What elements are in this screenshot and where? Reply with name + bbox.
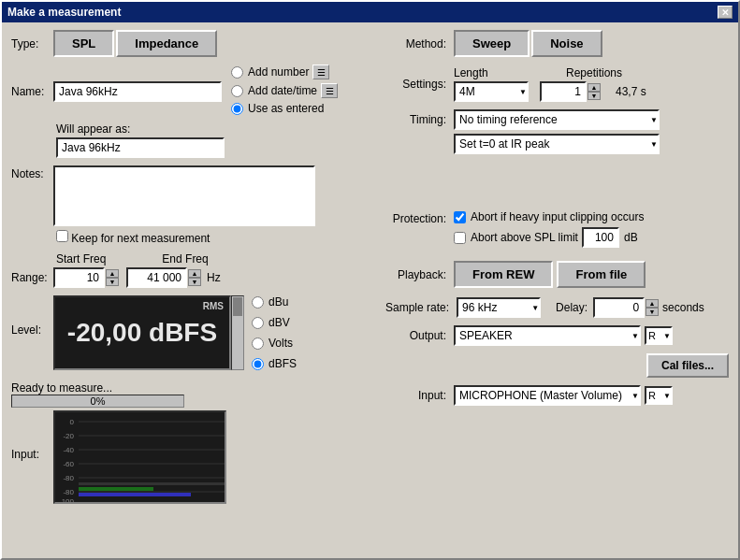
seconds-label: seconds (662, 301, 704, 314)
will-appear-input[interactable] (56, 137, 225, 158)
titlebar: Make a measurement ✕ (2, 2, 738, 22)
volts-label: Volts (268, 337, 293, 350)
close-button[interactable]: ✕ (718, 6, 733, 19)
svg-text:-100: -100 (59, 497, 75, 504)
notes-label: Notes: (11, 167, 53, 180)
cal-files-row: Cal files... (385, 353, 729, 378)
range-section: Start Freq End Freq Range: ▲ ▼ (11, 252, 376, 288)
repetitions-up[interactable]: ▲ (588, 83, 601, 92)
playback-label: Playback: (385, 268, 446, 281)
input-r-select[interactable]: R L (645, 386, 673, 405)
input-bottom-label: Input: (385, 389, 446, 402)
range-label: Range: (11, 271, 53, 284)
scrollbar-thumb (233, 297, 242, 316)
timing-select[interactable]: No timing reference Internal External (454, 109, 660, 130)
name-input[interactable] (53, 81, 222, 102)
use-as-entered-label: Use as entered (248, 102, 324, 115)
right-panel: Method: Sweep Noise Settings: Length Rep… (385, 30, 729, 504)
sweep-button[interactable]: Sweep (454, 30, 530, 57)
svg-text:-20: -20 (63, 432, 74, 440)
abort-spl-checkbox[interactable] (454, 232, 466, 244)
output-r-dropdown-wrapper: R L ▼ (645, 326, 673, 345)
keep-checkbox[interactable] (56, 230, 68, 242)
length-select[interactable]: 4M 1M 2M 8M (454, 81, 529, 102)
abort-heavy-checkbox[interactable] (454, 211, 466, 223)
start-freq-spinbtns: ▲ ▼ (106, 269, 119, 286)
abort-heavy-row: Abort if heavy input clipping occurs (454, 210, 644, 223)
delay-input[interactable] (593, 297, 645, 318)
dbfs-radio[interactable] (252, 358, 264, 370)
spacer (385, 164, 729, 210)
volts-radio[interactable] (252, 337, 264, 350)
output-select[interactable]: SPEAKER (454, 325, 641, 346)
start-freq-up[interactable]: ▲ (106, 269, 119, 278)
input-meter-row: Input: 0 (11, 410, 376, 504)
meter-svg: 0 -20 -40 -60 -80 -80 -100 (55, 412, 226, 504)
spl-limit-input[interactable] (582, 227, 619, 248)
repetitions-down[interactable]: ▼ (588, 92, 601, 100)
from-rew-button[interactable]: From REW (454, 261, 553, 288)
settings-inner: Length Repetitions 4M 1M 2M 8M ▼ (454, 66, 646, 102)
level-section: Level: RMS -20,00 dBFS dBu (11, 295, 376, 374)
dbu-radio[interactable] (252, 296, 264, 309)
start-freq-label: Start Freq (56, 252, 106, 266)
impedance-button[interactable]: Impedance (116, 30, 217, 57)
output-dropdown-wrapper: SPEAKER ▼ (454, 325, 641, 346)
add-number-radio[interactable] (231, 66, 243, 79)
delay-up[interactable]: ▲ (646, 299, 659, 308)
start-freq-down[interactable]: ▼ (106, 278, 119, 286)
level-scrollbar[interactable] (231, 295, 244, 370)
dbu-label: dBu (268, 295, 288, 309)
input-meter: 0 -20 -40 -60 -80 -80 -100 (53, 410, 226, 504)
noise-button[interactable]: Noise (531, 30, 602, 57)
will-appear-label: Will appear as: (56, 122, 376, 136)
start-freq-input[interactable] (53, 267, 105, 288)
level-value: -20,00 dBFS (67, 318, 217, 348)
timing-row-1: Timing: No timing reference Internal Ext… (385, 109, 729, 130)
timing-row-2: Set t=0 at IR peak Set t=0 at start ▼ (385, 134, 729, 154)
sample-rate-select[interactable]: 96 kHz 44.1 kHz 48 kHz 192 kHz (457, 297, 541, 318)
settings-label: Settings: (385, 78, 446, 91)
input-select[interactable]: MICROPHONE (Master Volume) (454, 385, 641, 406)
end-freq-input[interactable] (126, 267, 187, 288)
level-label: Level: (11, 323, 53, 337)
progress-bar-container: 0% (11, 395, 184, 408)
type-label: Type: (11, 37, 53, 50)
method-btn-group: Sweep Noise (454, 30, 602, 57)
time-value: 43,7 s (616, 85, 646, 98)
hz-label: Hz (207, 271, 221, 284)
end-freq-up[interactable]: ▲ (188, 269, 201, 278)
repetitions-input[interactable] (540, 81, 587, 102)
output-row: Output: SPEAKER ▼ R L ▼ (385, 325, 729, 346)
use-as-entered-radio[interactable] (231, 103, 243, 115)
ir-peak-select[interactable]: Set t=0 at IR peak Set t=0 at start (454, 134, 660, 154)
repetitions-col-header: Repetitions (566, 66, 622, 79)
add-number-radio-item: Add number ☰ (231, 65, 338, 79)
method-row: Method: Sweep Noise (385, 30, 729, 57)
add-date-radio[interactable] (231, 85, 243, 97)
sample-rate-dropdown-wrapper: 96 kHz 44.1 kHz 48 kHz 192 kHz ▼ (457, 297, 541, 318)
delay-spinbtns: ▲ ▼ (646, 299, 659, 316)
protection-inner: Protection: Abort if heavy input clippin… (385, 210, 729, 251)
notes-textarea[interactable] (53, 165, 315, 226)
add-date-icon[interactable]: ☰ (321, 83, 338, 98)
from-file-button[interactable]: From file (557, 261, 646, 288)
timing-label: Timing: (385, 113, 446, 126)
output-r-select[interactable]: R L (645, 326, 673, 345)
spl-button[interactable]: SPL (53, 30, 114, 57)
input-dropdown-wrapper: MICROPHONE (Master Volume) ▼ (454, 385, 641, 406)
add-number-label: Add number (248, 65, 309, 79)
delay-spinner: ▲ ▼ (593, 297, 659, 318)
add-number-icon[interactable]: ☰ (312, 65, 329, 79)
dbv-radio[interactable] (252, 317, 264, 329)
settings-inputs: 4M 1M 2M 8M ▼ ▲ ▼ (454, 81, 646, 102)
output-label: Output: (385, 329, 446, 342)
window-title: Make a measurement (7, 6, 121, 19)
cal-files-button[interactable]: Cal files... (646, 353, 729, 378)
timing-dropdown-wrapper: No timing reference Internal External ▼ (454, 109, 660, 130)
keep-label: Keep for next measurement (71, 232, 210, 245)
protection-label: Protection: (385, 212, 446, 225)
end-freq-down[interactable]: ▼ (188, 278, 201, 286)
delay-down[interactable]: ▼ (646, 308, 659, 316)
protection-section: Protection: Abort if heavy input clippin… (385, 210, 729, 251)
